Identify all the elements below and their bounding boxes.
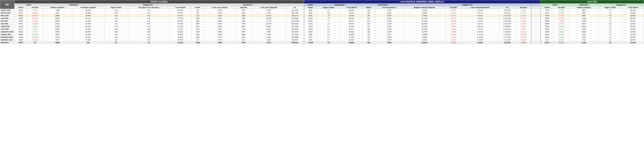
row-var2015-8: 4.71%: [27, 30, 43, 33]
trafic-fidelisation-subheader: Fidélisation: [43, 4, 104, 6]
col-tx-rebond: Tx de rebond: [170, 6, 191, 9]
row-ca-4: 1,163,239€: [286, 20, 304, 22]
seo-header: dont SEO: [540, 0, 644, 4]
row-seo-var-10: 75.92%: [553, 36, 569, 38]
row-adw-ca-9: € -91,640: [499, 33, 515, 36]
adw-ca-subheader: [531, 4, 540, 6]
row-adw-ventes-7: 529: [362, 28, 375, 30]
row-var2015-2: -59.54%: [27, 14, 43, 17]
row-adw-ventes-9: 255: [362, 33, 375, 36]
row-pages-visites-11: 4.49: [104, 38, 128, 41]
row-adw-cout-6: € 30.26: [461, 25, 499, 28]
row-objectifs-10: 2813: [236, 36, 252, 38]
row-label-6: Juillet 2016: [0, 25, 14, 28]
row-visites-3: 53938: [14, 17, 27, 20]
row-adw-extra2-3: [534, 17, 538, 20]
row-adw-ventes-1: 134: [362, 12, 375, 14]
row-adw-tx-conv-8: 1.98%: [375, 30, 404, 33]
row-adw-var2-11: -52.43%: [515, 38, 531, 41]
row-seo-visites-9: 23652: [540, 33, 553, 36]
row-visites-2: 34279: [14, 14, 27, 17]
row-adw-extra2-9: [534, 33, 538, 36]
row-adw-cout-5: € 24.37: [461, 22, 499, 25]
row-objectifs-11: 821: [236, 38, 252, 41]
row-adw-ventes-0: 108: [362, 9, 375, 12]
row-tps-passe-12: 4.6: [128, 41, 170, 44]
row-var2015-11: -23.61%: [27, 38, 43, 41]
me-header: ME: [0, 0, 14, 9]
row-pages-visites-0: 5.58: [104, 9, 128, 12]
row-adw-var-3: -24.27%: [446, 17, 461, 20]
row-pct-visiteurs-7: 41.81%: [72, 28, 104, 30]
row-adw-rebond-5: 33.67%: [340, 22, 362, 25]
row-ventes-11: 221: [191, 38, 204, 41]
row-adw-extra3-12: [538, 41, 541, 44]
row-visiteurs-reg-4: 34053: [43, 20, 72, 22]
row-adw-cout-0: € 34.06: [461, 9, 499, 12]
row-ventes-7: 1813: [191, 28, 204, 30]
row-tx-conv-ventes-2: 3.42%: [204, 14, 236, 17]
row-adw-ca-7: € 161,224: [499, 28, 515, 30]
row-seo-visites-4: 38480: [540, 20, 553, 22]
row-adw-visites-10: 3527: [304, 36, 317, 38]
row-tx-conv-obj-0: 7.52%: [252, 9, 286, 12]
row-label-3: Avril 2016: [0, 17, 14, 20]
row-label-11: Décembre 2016: [0, 38, 14, 41]
row-adw-visites-11: 1683: [304, 38, 317, 41]
row-adw-budget-5: 22,516€: [404, 22, 446, 25]
row-adw-extra3-3: [538, 17, 541, 20]
col-objectifs: Objectifs: [236, 6, 252, 9]
row-var2015-7: 5.12%: [27, 28, 43, 30]
row-seo-pages-12: 5.3: [598, 41, 622, 44]
row-tx-conv-obj-4: 12.71%: [252, 20, 286, 22]
col-seo-visites: Visites: [540, 6, 553, 9]
row-adw-visites-4: 19367: [304, 20, 317, 22]
row-adw-var-4: -30.20%: [446, 20, 461, 22]
row-adw-visites-9: 9405: [304, 33, 317, 36]
row-seo-visites-1: 9015: [540, 12, 553, 14]
row-seo-visites-2: 14244: [540, 14, 553, 17]
row-adw-extra3-7: [538, 28, 541, 30]
row-seo-var-7: 20.87%: [553, 28, 569, 30]
row-adw-rebond-4: 30.27%: [340, 20, 362, 22]
row-ventes-3: 2586: [191, 17, 204, 20]
row-seo-rebond-0: 46.29%: [622, 9, 644, 12]
row-ca-7: 552,032€: [286, 28, 304, 30]
row-label-2: Mars 2016: [0, 14, 14, 17]
row-adw-rebond-9: 37.48%: [340, 33, 362, 36]
row-pages-visites-2: 6.16: [104, 14, 128, 17]
col-adw-ventes: Ventes: [362, 6, 375, 9]
row-adw-ventes-4: 1074: [362, 20, 375, 22]
col-tx-conv-ventes: Tx de conv. (ventes): [204, 6, 236, 9]
row-tx-conv-obj-5: 10.37%: [252, 22, 286, 25]
trafic-visites-subheader: Visites: [14, 4, 43, 6]
col-adw-cout: Coût / mensuel adwords: [461, 6, 499, 9]
row-seo-rebond-2: 43.06%: [622, 14, 644, 17]
col-adw-extra1: [531, 6, 534, 9]
row-adw-ca-4: € 321,638: [499, 20, 515, 22]
row-pages-visites-5: 5.71: [104, 22, 128, 25]
row-seo-var-9: 60.60%: [553, 33, 569, 36]
row-adw-ca-1: € 50,160: [499, 12, 515, 14]
row-adw-extra2-6: [534, 25, 538, 28]
row-pages-visites-4: 6.45: [104, 20, 128, 22]
row-seo-visiteurs-7: 11387: [569, 28, 598, 30]
row-visiteurs-reg-6: 31300: [43, 25, 72, 28]
row-adw-pages-7: 6.5: [317, 28, 340, 30]
row-tx-conv-ventes-9: 2.66%: [204, 33, 236, 36]
row-adw-cout-8: € -64.73: [461, 30, 499, 33]
row-seo-rebond-4: 39.62%: [622, 20, 644, 22]
row-ca-0: 151,705€: [286, 9, 304, 12]
row-visiteurs-reg-1: 8162: [43, 12, 72, 14]
col-pages-visites: Pages / visites: [104, 6, 128, 9]
row-seo-var-3: -13.13%: [553, 17, 569, 20]
row-seo-visiteurs-2: 6090: [569, 14, 598, 17]
row-adw-tx-conv-3: 5.56%: [375, 17, 404, 20]
row-seo-visiteurs-5: 15673: [569, 22, 598, 25]
row-adw-ventes-12: 433: [362, 41, 375, 44]
row-label-9: Octobre 2016: [0, 33, 14, 36]
row-ventes-4: 3837: [191, 20, 204, 22]
row-ventes-1: 750: [191, 12, 204, 14]
row-ventes-9: 1294: [191, 33, 204, 36]
row-adw-var-6: -13.20%: [446, 25, 461, 28]
